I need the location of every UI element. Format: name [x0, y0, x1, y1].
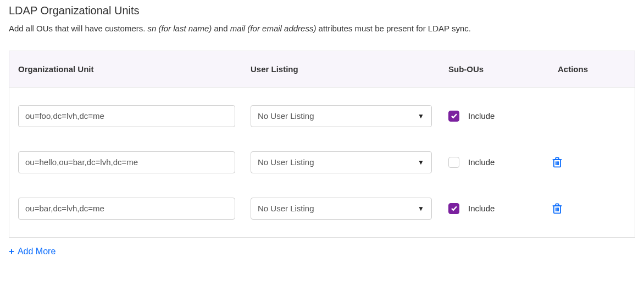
desc-pre: Add all OUs that will have customers.: [9, 24, 148, 33]
user-listing-select-wrap: No User Listing▼: [251, 151, 432, 173]
include-checkbox[interactable]: [448, 203, 459, 214]
delete-button[interactable]: [550, 201, 564, 216]
organizational-unit-input[interactable]: [18, 198, 235, 220]
cell-user-listing: No User Listing▼: [251, 198, 448, 220]
desc-and: and: [212, 24, 230, 33]
desc-sn: sn (for last name): [148, 24, 212, 33]
user-listing-select[interactable]: No User Listing: [251, 198, 432, 220]
desc-mail: mail (for email address): [230, 24, 317, 33]
check-icon: [451, 112, 458, 119]
include-checkbox[interactable]: [448, 157, 459, 168]
ou-table-head: Organizational Unit User Listing Sub-OUs…: [9, 51, 635, 88]
include-label[interactable]: Include: [468, 204, 495, 213]
add-more-label: Add More: [18, 247, 55, 256]
add-more-button[interactable]: + Add More: [9, 244, 55, 259]
ou-table-body: No User Listing▼IncludeNo User Listing▼I…: [9, 88, 635, 237]
user-listing-select[interactable]: No User Listing: [251, 105, 432, 127]
user-listing-select[interactable]: No User Listing: [251, 151, 432, 173]
section-description: Add all OUs that will have customers. sn…: [9, 23, 635, 35]
th-sub-ous: Sub-OUs: [448, 64, 550, 74]
trash-icon: [552, 203, 562, 214]
table-row: No User Listing▼Include: [9, 185, 635, 232]
trash-icon: [552, 157, 562, 168]
user-listing-select-wrap: No User Listing▼: [251, 105, 432, 127]
plus-icon: +: [9, 247, 14, 256]
cell-organizational-unit: [18, 105, 251, 127]
include-label[interactable]: Include: [468, 157, 495, 167]
include-wrap: Include: [448, 111, 550, 122]
include-wrap: Include: [448, 157, 550, 168]
include-label[interactable]: Include: [468, 111, 495, 121]
cell-user-listing: No User Listing▼: [251, 151, 448, 173]
cell-organizational-unit: [18, 198, 251, 220]
th-organizational-unit: Organizational Unit: [18, 64, 251, 74]
cell-sub-ous: Include: [448, 157, 550, 168]
check-icon: [451, 205, 458, 212]
include-wrap: Include: [448, 203, 550, 214]
desc-post: attributes must be present for LDAP sync…: [316, 24, 471, 33]
ou-table: Organizational Unit User Listing Sub-OUs…: [9, 51, 635, 238]
cell-organizational-unit: [18, 151, 251, 173]
cell-actions: [550, 201, 626, 216]
organizational-unit-input[interactable]: [18, 151, 235, 173]
section-title: LDAP Organizational Units: [9, 4, 635, 17]
delete-button[interactable]: [550, 155, 564, 170]
organizational-unit-input[interactable]: [18, 105, 235, 127]
cell-sub-ous: Include: [448, 111, 550, 122]
cell-sub-ous: Include: [448, 203, 550, 214]
include-checkbox[interactable]: [448, 111, 459, 122]
cell-user-listing: No User Listing▼: [251, 105, 448, 127]
user-listing-select-wrap: No User Listing▼: [251, 198, 432, 220]
cell-actions: [550, 155, 626, 170]
table-row: No User Listing▼Include: [9, 93, 635, 139]
th-actions: Actions: [550, 64, 626, 74]
th-user-listing: User Listing: [251, 64, 448, 74]
table-row: No User Listing▼Include: [9, 139, 635, 185]
